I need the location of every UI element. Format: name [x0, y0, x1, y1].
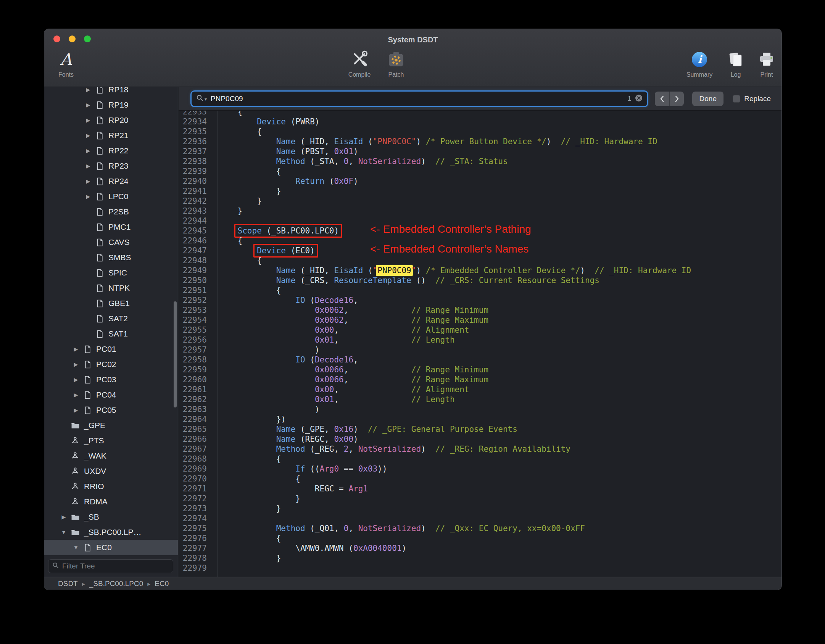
line-number: 22973 — [179, 504, 212, 514]
chevron-right-icon[interactable]: ▶ — [82, 102, 94, 108]
doc-icon — [82, 345, 93, 353]
line-number: 22957 — [179, 345, 212, 355]
fonts-button[interactable]: A Fonts — [50, 49, 82, 78]
compile-button[interactable]: Compile — [342, 49, 377, 78]
chevron-right-icon[interactable]: ▶ — [58, 514, 69, 520]
tree-item-RP23[interactable]: ▶RP23 — [44, 158, 178, 174]
tree-item-LPC0[interactable]: ▶LPC0 — [44, 189, 178, 204]
line-number: 22956 — [179, 335, 212, 345]
tree-item-RP24[interactable]: ▶RP24 — [44, 174, 178, 189]
chevron-down-icon[interactable]: ▼ — [58, 529, 69, 535]
tree-item-_SB[interactable]: ▶_SB — [44, 509, 178, 525]
find-previous-button[interactable] — [655, 92, 670, 106]
tree-item-SPIC[interactable]: SPIC — [44, 265, 178, 280]
tree-item-RP21[interactable]: ▶RP21 — [44, 128, 178, 143]
status-bar: DSDT▸_SB.PC00.LPC0▸EC0 — [44, 577, 781, 590]
tree-item-RP19[interactable]: ▶RP19 — [44, 97, 178, 113]
sidebar-scrollbar[interactable] — [174, 301, 177, 407]
code-line-22947: 22947 Device (EC0)<- Embedded Controller… — [179, 246, 781, 256]
chevron-right-icon[interactable]: ▶ — [82, 163, 94, 169]
doc-icon — [94, 147, 105, 155]
tree-item-RP20[interactable]: ▶RP20 — [44, 113, 178, 128]
tree-item-UXDV[interactable]: UXDV — [44, 464, 178, 479]
doc-icon — [82, 406, 93, 414]
doc-icon — [82, 361, 93, 369]
doc-icon — [94, 284, 105, 292]
breadcrumb-item-_SB.PC00.LPC0[interactable]: _SB.PC00.LPC0 — [89, 580, 143, 588]
tree-item-PC05[interactable]: ▶PC05 — [44, 402, 178, 418]
tree-item-PC01[interactable]: ▶PC01 — [44, 341, 178, 357]
tree-item-PMC1[interactable]: PMC1 — [44, 219, 178, 235]
chevron-right-icon[interactable]: ▶ — [82, 132, 94, 138]
tree-item-EC0[interactable]: ▼EC0 — [44, 540, 178, 555]
tree-item-_PTS[interactable]: _PTS — [44, 433, 178, 448]
log-button[interactable]: Log — [723, 49, 749, 78]
tree-item-RP18[interactable]: ▶RP18 — [44, 87, 178, 97]
tree-item-RRIO[interactable]: RRIO — [44, 479, 178, 494]
chevron-right-icon[interactable]: ▶ — [70, 407, 82, 413]
tree-item-RDMA[interactable]: RDMA — [44, 494, 178, 509]
tree-item-RP22[interactable]: ▶RP22 — [44, 143, 178, 158]
tree-item-SAT1[interactable]: SAT1 — [44, 326, 178, 341]
tree-item-SMBS[interactable]: SMBS — [44, 250, 178, 265]
code-editor[interactable]: 22933 {22934 Device (PWRB)22935 {22936 N… — [179, 111, 781, 577]
code-line-22969: 22969 If ((Arg0 == 0x03)) — [179, 464, 781, 474]
code-line-22979: 22979 — [179, 563, 781, 573]
doc-icon — [94, 116, 105, 124]
summary-button[interactable]: i Summary — [682, 49, 717, 78]
tree-item-label: RRIO — [84, 482, 104, 491]
breadcrumb-item-EC0[interactable]: EC0 — [155, 580, 169, 588]
chevron-right-icon[interactable]: ▶ — [70, 377, 82, 383]
doc-icon — [94, 238, 105, 246]
chevron-right-icon[interactable]: ▶ — [70, 392, 82, 398]
chevron-right-icon[interactable]: ▶ — [82, 148, 94, 154]
tree-item-PC03[interactable]: ▶PC03 — [44, 372, 178, 387]
tree-item-NTPK[interactable]: NTPK — [44, 280, 178, 296]
tree-item-SAT2[interactable]: SAT2 — [44, 311, 178, 326]
find-input[interactable] — [211, 95, 628, 103]
clear-search-icon[interactable] — [635, 94, 643, 103]
tree-item-label: PC01 — [96, 345, 116, 354]
code-line-22943: 22943 } — [179, 206, 781, 216]
tree-item-_SB.PC00.LP…[interactable]: ▼_SB.PC00.LP… — [44, 525, 178, 540]
line-number: 22946 — [179, 236, 212, 246]
match-count: 1 — [628, 95, 631, 103]
method-icon — [69, 482, 81, 491]
tree-item-label: SAT1 — [108, 329, 128, 338]
zoom-button[interactable] — [84, 35, 91, 42]
tree-item-P2SB[interactable]: P2SB — [44, 204, 178, 219]
find-bar: ▾ 1 Done Replace — [179, 87, 781, 111]
find-field[interactable]: ▾ 1 — [192, 92, 647, 106]
tree-item-_GPE[interactable]: _GPE — [44, 418, 178, 433]
replace-checkbox[interactable] — [733, 95, 740, 103]
tree-item-CAVS[interactable]: CAVS — [44, 235, 178, 250]
find-next-button[interactable] — [670, 92, 684, 106]
filter-tree-input[interactable] — [62, 562, 169, 570]
patch-button[interactable]: Patch — [379, 49, 414, 78]
tree-item-_WAK[interactable]: _WAK — [44, 448, 178, 464]
chevron-right-icon[interactable]: ▶ — [82, 178, 94, 184]
fonts-icon: A — [60, 52, 72, 68]
minimize-button[interactable] — [69, 35, 76, 42]
titlebar[interactable]: System DSDT — [44, 29, 781, 49]
tree-item-PC04[interactable]: ▶PC04 — [44, 387, 178, 402]
done-button[interactable]: Done — [692, 92, 723, 106]
chevron-right-icon[interactable]: ▶ — [82, 117, 94, 123]
line-number: 22961 — [179, 385, 212, 394]
code-line-22955: 22955 0x00, // Alignment — [179, 325, 781, 335]
chevron-down-icon[interactable]: ▼ — [70, 544, 82, 551]
line-number: 22967 — [179, 444, 212, 454]
chevron-right-icon[interactable]: ▶ — [82, 193, 94, 200]
close-button[interactable] — [53, 35, 60, 42]
chevron-right-icon[interactable]: ▶ — [70, 361, 82, 367]
search-options-chevron-icon[interactable]: ▾ — [205, 97, 207, 102]
tree-item-label: _SB — [84, 512, 99, 522]
chevron-right-icon[interactable]: ▶ — [70, 346, 82, 352]
tree-item-PC02[interactable]: ▶PC02 — [44, 357, 178, 372]
breadcrumb-item-DSDT[interactable]: DSDT — [58, 580, 78, 588]
tree-item-GBE1[interactable]: GBE1 — [44, 296, 178, 311]
code-line-22951: 22951 { — [179, 285, 781, 295]
chevron-right-icon[interactable]: ▶ — [82, 87, 94, 93]
print-button[interactable]: Print — [752, 49, 781, 78]
code-line-22935: 22935 { — [179, 127, 781, 137]
